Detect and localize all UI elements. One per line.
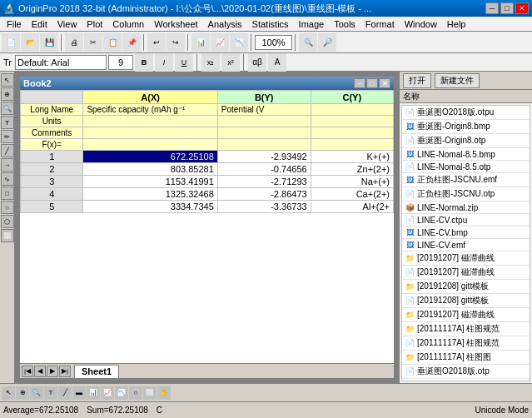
bt-arrow[interactable]: ↖	[2, 386, 15, 400]
file-item-15[interactable]: 📁 [20191207] 磁滞曲线	[402, 308, 530, 322]
col-a-fx[interactable]	[83, 139, 217, 151]
file-item-14[interactable]: 📄 [20191208] gitt模板	[402, 294, 530, 308]
rect-tool[interactable]: □	[1, 187, 14, 200]
sheet-next-btn[interactable]: ▶	[47, 366, 58, 377]
circle-tool[interactable]: ○	[1, 201, 14, 214]
cut-btn[interactable]: ✂	[84, 33, 102, 52]
arrow-tool[interactable]: ↖	[1, 73, 14, 87]
line-tool[interactable]: ╱	[1, 144, 14, 157]
sheet-tab-1[interactable]: Sheet1	[74, 365, 119, 378]
paste-btn[interactable]: 📌	[122, 33, 141, 52]
col-b-longname[interactable]: Potential (V	[217, 104, 311, 116]
italic-btn[interactable]: I	[155, 53, 173, 72]
cell-1-c[interactable]: K+(+)	[311, 151, 393, 163]
file-item-7[interactable]: 📦 LINE-Normal.zip	[402, 202, 530, 214]
cell-5-c[interactable]: Al+(2+	[311, 201, 393, 213]
zoom-tool[interactable]: 🔍	[1, 102, 14, 115]
font-selector[interactable]	[15, 55, 107, 70]
file-item-12[interactable]: 📄 [20191207] 磁滞曲线	[402, 266, 530, 280]
cell-1-b[interactable]: -2.93492	[217, 151, 311, 163]
file-item-10[interactable]: 🖼 LINE-CV.emf	[402, 239, 530, 251]
bt-pan[interactable]: ✋	[157, 386, 171, 400]
col-c-comments[interactable]	[311, 127, 393, 139]
file-item-8[interactable]: 📄 LINE-CV.ctpu	[402, 214, 530, 226]
menu-analysis[interactable]: Analysis	[203, 18, 247, 30]
col-a-units[interactable]	[83, 116, 217, 127]
menu-statistics[interactable]: Statistics	[247, 18, 294, 30]
col-b-comments[interactable]	[217, 127, 311, 139]
draw-tool[interactable]: ✏	[1, 130, 14, 143]
minimize-button[interactable]: ─	[485, 2, 499, 14]
file-item-18[interactable]: 📁 [20111117A] 柱图图	[402, 351, 530, 365]
close-button[interactable]: ✕	[515, 2, 529, 14]
maximize-button[interactable]: □	[500, 2, 514, 14]
col-a-comments[interactable]	[83, 127, 217, 139]
menu-worksheet[interactable]: Worksheet	[149, 18, 202, 30]
alpha-btn[interactable]: αβ	[248, 53, 266, 72]
open-file-btn[interactable]: 打开	[403, 73, 431, 88]
bt-circle[interactable]: ○	[129, 386, 142, 400]
underline-btn[interactable]: U	[175, 53, 193, 72]
menu-column[interactable]: Column	[107, 18, 149, 30]
select-tool[interactable]: ⊕	[1, 87, 14, 101]
graph-btn[interactable]: 📊	[191, 33, 210, 52]
bt-graph2[interactable]: 📉	[115, 386, 128, 400]
col-b-units[interactable]	[217, 116, 311, 127]
bt-text[interactable]: T	[44, 386, 57, 400]
save-btn[interactable]: 💾	[40, 33, 58, 52]
cell-3-b[interactable]: -2.71293	[217, 176, 311, 188]
col-c-fx[interactable]	[311, 139, 393, 151]
menu-view[interactable]: View	[52, 18, 82, 30]
zoom-in-btn[interactable]: 🔍	[299, 33, 317, 52]
file-item-19[interactable]: 📄 垂涎图O2018版.otp	[402, 365, 530, 379]
bt-line[interactable]: ╱	[58, 386, 72, 400]
col-a-longname[interactable]: Specific capacity (mAh g⁻¹	[83, 104, 217, 116]
file-item-1[interactable]: 🖼 垂涎图-Origin8.bmp	[402, 120, 530, 134]
menu-format[interactable]: Format	[360, 18, 400, 30]
col-c-header[interactable]: C(Y)	[311, 91, 393, 104]
menu-tools[interactable]: Tools	[329, 18, 360, 30]
sheet-first-btn[interactable]: |◀	[22, 366, 33, 377]
cell-2-a[interactable]: 803.85281	[83, 163, 217, 176]
cell-5-b[interactable]: -3.36733	[217, 201, 311, 213]
file-item-13[interactable]: 📁 [20191208] gitt模板	[402, 280, 530, 294]
new-file-btn[interactable]: 新建文件	[435, 73, 480, 88]
text-tool[interactable]: T	[1, 116, 14, 129]
file-item-16[interactable]: 📁 [20111117A] 柱图规范	[402, 322, 530, 336]
zoom-input[interactable]	[255, 35, 292, 50]
undo-btn[interactable]: ↩	[147, 33, 166, 52]
file-item-9[interactable]: 🖼 LINE-CV.bmp	[402, 226, 530, 239]
sheet-last-btn[interactable]: ▶|	[59, 366, 71, 377]
menu-image[interactable]: Image	[294, 18, 330, 30]
zoom-out-btn[interactable]: 🔎	[318, 33, 336, 52]
bt-region[interactable]: ⬜	[143, 386, 157, 400]
col-a-header[interactable]: A(X)	[83, 91, 217, 104]
region-tool[interactable]: ⬜	[1, 229, 14, 242]
cell-3-c[interactable]: Na+(+)	[311, 176, 393, 188]
font-color-btn[interactable]: A	[268, 53, 286, 72]
cell-4-a[interactable]: 1325.32468	[83, 188, 217, 201]
scatter-btn[interactable]: 📈	[211, 33, 229, 52]
polygon-tool[interactable]: ⬡	[1, 215, 14, 228]
book2-close[interactable]: ✕	[379, 78, 390, 88]
file-item-0[interactable]: 📄 垂涎图O2018版.otpu	[402, 106, 530, 120]
file-item-17[interactable]: 📄 [20111117A] 柱图规范	[402, 336, 530, 351]
subscript-btn[interactable]: x₂	[201, 53, 220, 72]
sheet-prev-btn[interactable]: ◀	[34, 366, 46, 377]
cell-5-a[interactable]: 3334.7345	[83, 201, 217, 213]
col-b-header[interactable]: B(Y)	[217, 91, 311, 104]
open-btn[interactable]: 📂	[21, 33, 39, 52]
redo-btn[interactable]: ↪	[167, 33, 185, 52]
bt-bar1[interactable]: ▬	[72, 386, 86, 400]
bt-graph1[interactable]: 📈	[101, 386, 114, 400]
font-size-selector[interactable]	[108, 55, 133, 70]
menu-file[interactable]: File	[2, 18, 27, 30]
file-item-5[interactable]: 🖼 正负柱图-JSCNU.emf	[402, 173, 530, 187]
cell-4-c[interactable]: Ca+(2+)	[311, 188, 393, 201]
cell-2-c[interactable]: Zn+(2+)	[311, 163, 393, 176]
file-item-2[interactable]: 📄 垂涎图-Origin8.otp	[402, 134, 530, 148]
col-c-units[interactable]	[311, 116, 393, 127]
cell-2-b[interactable]: -0.74656	[217, 163, 311, 176]
file-item-11[interactable]: 📁 [20191207] 磁滞曲线	[402, 251, 530, 266]
bt-select[interactable]: ⊕	[16, 386, 29, 400]
